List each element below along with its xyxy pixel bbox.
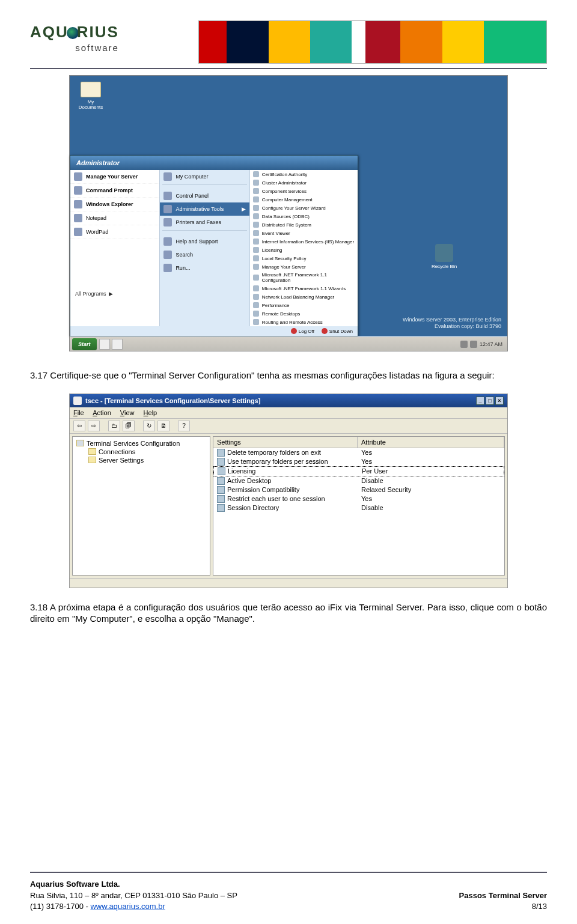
right-item-search[interactable]: Search — [160, 248, 249, 261]
tree-root[interactable]: Terminal Services Configuration — [75, 439, 207, 448]
list-row[interactable]: Permission CompatibilityRelaxed Security — [213, 485, 504, 494]
fly-cfgwiz[interactable]: Configure Your Server Wizard — [250, 204, 358, 212]
screenshot-tscc: tscc - [Terminal Services Configuration\… — [69, 394, 508, 588]
export-button[interactable]: 🗎 — [157, 421, 169, 431]
fly-perf[interactable]: Performance — [250, 301, 358, 309]
perf-icon — [253, 302, 259, 308]
fly-rras[interactable]: Routing and Remote Access — [250, 318, 358, 326]
right-item-run[interactable]: Run... — [160, 261, 249, 275]
fly-compmgmt[interactable]: Computer Management — [250, 195, 358, 204]
remote-icon — [253, 311, 259, 317]
left-item-notepad[interactable]: Notepad — [70, 211, 159, 225]
quicklaunch-item[interactable] — [99, 339, 110, 350]
eventviewer-icon — [253, 230, 259, 236]
right-item-mycomputer[interactable]: My Computer — [160, 170, 249, 183]
tray-icon[interactable] — [470, 341, 477, 348]
list-row[interactable]: Delete temporary folders on exitYes — [213, 448, 504, 457]
fly-compsvc[interactable]: Component Services — [250, 187, 358, 195]
start-button[interactable]: Start — [72, 338, 97, 350]
setting-icon — [217, 504, 225, 512]
quicklaunch-item[interactable] — [112, 339, 123, 350]
fly-netwiz[interactable]: Microsoft .NET Framework 1.1 Wizards — [250, 284, 358, 293]
fly-odbc[interactable]: Data Sources (ODBC) — [250, 212, 358, 220]
logo: AQURIUS software — [30, 23, 119, 53]
my-documents-label: My Documents — [79, 99, 103, 110]
window-title: tscc - [Terminal Services Configuration\… — [85, 397, 260, 404]
tray-icon[interactable] — [460, 341, 468, 348]
up-button[interactable]: 🗀 — [108, 421, 120, 431]
footer-company: Aquarius Software Ltda. — [30, 879, 237, 890]
list-row[interactable]: Session DirectoryDisable — [213, 503, 504, 512]
left-item-manage[interactable]: Manage Your Server — [70, 170, 159, 184]
setting-name: Use temporary folders per session — [227, 458, 328, 465]
help-button[interactable]: ? — [178, 421, 190, 431]
setting-name: Licensing — [228, 467, 255, 475]
logoff-button[interactable]: Log Off — [291, 328, 314, 334]
nlb-icon — [253, 294, 259, 300]
back-button[interactable]: ⇦ — [73, 421, 85, 431]
list-row[interactable]: Use temporary folders per sessionYes — [213, 457, 504, 466]
left-item-cmd[interactable]: Command Prompt — [70, 184, 159, 198]
right-item-printers[interactable]: Printers and Faxes — [160, 216, 249, 229]
setting-attribute: Disable — [358, 476, 504, 485]
screenshot-desktop: My Documents Recycle Bin Windows Server … — [69, 75, 508, 351]
right-item-admintools[interactable]: Administrative Tools▶ — [160, 202, 249, 216]
props-button[interactable]: 🗐 — [123, 421, 135, 431]
maximize-button[interactable]: □ — [486, 397, 494, 405]
fly-nlb[interactable]: Network Load Balancing Manager — [250, 293, 358, 301]
right-item-search-label: Search — [176, 252, 193, 258]
setting-attribute: Relaxed Security — [358, 485, 504, 494]
menu-action[interactable]: Action — [93, 409, 111, 416]
footer-contact: (11) 3178-1700 - www.aquarius.com.br — [30, 901, 237, 912]
setting-name: Restrict each user to one session — [227, 495, 325, 502]
server-icon — [253, 264, 259, 270]
licensing-icon — [253, 247, 259, 253]
recycle-bin-icon[interactable]: Recycle Bin — [429, 244, 459, 269]
fly-netcfg[interactable]: Microsoft .NET Framework 1.1 Configurati… — [250, 271, 358, 284]
close-button[interactable]: × — [495, 397, 504, 405]
cpanel-icon — [163, 192, 172, 200]
fly-dfs[interactable]: Distributed File System — [250, 220, 358, 229]
list-row[interactable]: Active DesktopDisable — [213, 476, 504, 485]
start-menu-right-col: My Computer Control Panel Administrative… — [160, 170, 249, 326]
left-item-explorer[interactable]: Windows Explorer — [70, 198, 159, 211]
all-programs[interactable]: All Programs▶ — [70, 287, 159, 300]
cmd-icon — [74, 186, 82, 195]
page-header: AQURIUS software — [30, 18, 547, 69]
paragraph-3-17: 3.17 Certifique-se que o "Terminal Serve… — [30, 369, 547, 381]
admintools-icon — [163, 205, 172, 213]
header-art — [198, 20, 547, 64]
fly-cert[interactable]: Certification Authority — [250, 170, 358, 178]
menu-file[interactable]: File — [73, 409, 84, 416]
fly-rd[interactable]: Remote Desktops — [250, 309, 358, 318]
my-documents-icon[interactable]: My Documents — [76, 82, 106, 110]
setting-attribute: Disable — [358, 503, 504, 512]
shutdown-button[interactable]: Shut Down — [322, 328, 353, 334]
refresh-button[interactable]: ↻ — [143, 421, 155, 431]
routing-icon — [253, 319, 259, 325]
right-item-controlpanel[interactable]: Control Panel — [160, 189, 249, 202]
col-attribute[interactable]: Attribute — [358, 437, 504, 448]
list-row[interactable]: Restrict each user to one sessionYes — [213, 494, 504, 503]
minimize-button[interactable]: _ — [476, 397, 484, 405]
fly-lsp[interactable]: Local Security Policy — [250, 254, 358, 263]
menu-help[interactable]: Help — [144, 409, 157, 416]
fly-iis[interactable]: Internet Information Services (IIS) Mana… — [250, 237, 358, 246]
fly-mys[interactable]: Manage Your Server — [250, 263, 358, 271]
tree-connections[interactable]: Connections — [87, 448, 207, 456]
col-settings[interactable]: Settings — [213, 437, 358, 448]
list-row[interactable]: LicensingPer User — [213, 466, 504, 476]
fly-cluster[interactable]: Cluster Administrator — [250, 178, 358, 187]
right-item-help[interactable]: Help and Support — [160, 235, 249, 248]
menu-view[interactable]: View — [120, 409, 135, 416]
left-item-wordpad[interactable]: WordPad — [70, 225, 159, 239]
fly-evtvw[interactable]: Event Viewer — [250, 229, 358, 237]
run-icon — [163, 264, 172, 272]
forward-button[interactable]: ⇨ — [88, 421, 100, 431]
tree-server-settings[interactable]: Server Settings — [87, 456, 207, 464]
start-label: Start — [78, 341, 91, 347]
setting-icon — [217, 458, 225, 466]
footer-url[interactable]: www.aquarius.com.br — [90, 902, 165, 911]
list-header: Settings Attribute — [213, 437, 504, 448]
fly-lic[interactable]: Licensing — [250, 246, 358, 254]
